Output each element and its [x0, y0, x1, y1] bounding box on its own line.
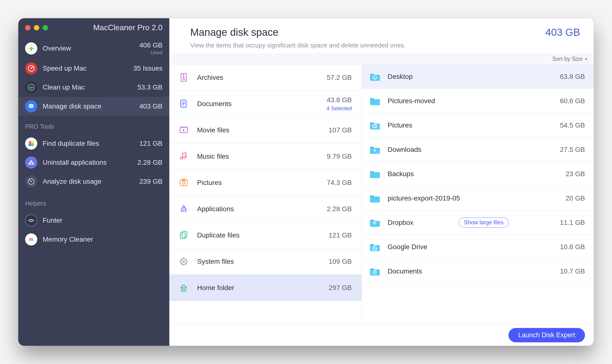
category-size: 57.2 GB	[327, 74, 352, 81]
category-row[interactable]: Movie files 107 GB	[169, 117, 362, 143]
disk-icon	[25, 100, 37, 112]
app-window: MacCleaner Pro 2.0	[18, 18, 594, 346]
sidebar-helpers: Funter m Memory Cleaner	[18, 209, 169, 249]
sidebar-item-speedup[interactable]: Speed up Mac 35 Issues	[18, 59, 169, 78]
folder-row[interactable]: Desktop 63.8 GB	[362, 65, 594, 89]
folder-icon	[369, 120, 381, 130]
main-panel: Manage disk space 403 GB View the items …	[169, 18, 594, 346]
maximize-icon[interactable]	[43, 25, 48, 30]
cleanup-icon	[25, 81, 37, 93]
categories-list: Archives 57.2 GB Documents 43.8 GB 4 Sel…	[169, 65, 362, 301]
sidebar-item-label: Analyze disk usage	[43, 178, 101, 185]
category-size: 297 GB	[329, 284, 352, 292]
category-row[interactable]: System files 109 GB	[169, 248, 362, 275]
svg-point-3	[31, 68, 32, 69]
sidebar-section-helpers: Helpers	[18, 194, 169, 209]
sidebar-item-label: Uninstall applications	[43, 159, 107, 167]
category-badge: 4 Selected	[326, 105, 352, 112]
eye-icon	[25, 214, 37, 227]
minimize-icon[interactable]	[34, 25, 39, 30]
svg-text:m: m	[29, 236, 33, 242]
chevron-down-icon: ▼	[584, 57, 588, 61]
folder-icon	[369, 96, 381, 106]
sidebar-item-value: 403 GB	[139, 103, 163, 110]
categories-sort-bar	[169, 54, 362, 65]
window-controls	[25, 25, 48, 30]
category-label: System files	[197, 258, 234, 265]
folder-row[interactable]: Downloads 27.5 GB	[362, 137, 594, 162]
sidebar-item-label: Clean up Mac	[43, 83, 85, 91]
category-row[interactable]: Applications 2.28 GB	[169, 196, 362, 222]
folder-label: Pictures-moved	[388, 97, 435, 105]
category-label: Documents	[197, 100, 232, 108]
sidebar-item-label: Memory Cleaner	[43, 235, 93, 243]
folder-size: 60.6 GB	[560, 97, 585, 105]
sidebar-item-label: Find duplicate files	[43, 140, 99, 147]
page-subtitle: View the items that occupy significant d…	[190, 42, 580, 49]
show-large-files-button[interactable]: Show large files	[459, 218, 508, 228]
category-size: 43.8 GB	[326, 96, 352, 104]
category-size: 121 GB	[329, 231, 352, 239]
sidebar-helper-memory[interactable]: m Memory Cleaner	[18, 230, 169, 249]
sidebar-nav: Overview 406 GB Used Spe	[18, 37, 169, 116]
category-size: 9.79 GB	[327, 153, 352, 160]
folders-sort-bar[interactable]: Sort by Size ▼	[362, 54, 594, 65]
sidebar-item-label: Overview	[43, 45, 71, 52]
sidebar-item-value: 53.3 GB	[138, 83, 163, 91]
folder-row[interactable]: Pictures 54.5 GB	[362, 113, 594, 137]
folder-row[interactable]: Documents 10.7 GB	[362, 259, 594, 284]
category-row[interactable]: Documents 43.8 GB 4 Selected	[169, 91, 362, 117]
folder-label: Pictures	[388, 121, 412, 129]
category-size: 107 GB	[329, 126, 352, 134]
sidebar-tool-uninstall[interactable]: Uninstall applications 2.28 GB	[18, 153, 169, 172]
folder-row[interactable]: Backups 23 GB	[362, 162, 594, 186]
folder-icon	[369, 169, 381, 179]
sidebar-helper-funter[interactable]: Funter	[18, 211, 169, 230]
folder-icon	[369, 145, 381, 155]
sidebar-tools: Find duplicate files 121 GB Uninstall ap…	[18, 133, 169, 191]
speedometer-icon	[25, 62, 37, 75]
category-label: Music files	[197, 153, 229, 160]
folder-row[interactable]: pictures-export-2019-05 20 GB	[362, 186, 594, 210]
category-row[interactable]: Duplicate files 121 GB	[169, 222, 362, 248]
sidebar-item-manage-disk[interactable]: Manage disk space 403 GB	[18, 97, 169, 116]
category-row[interactable]: Music files 9.79 GB	[169, 143, 362, 169]
close-icon[interactable]	[25, 25, 30, 30]
category-label: Duplicate files	[197, 231, 239, 239]
folder-row[interactable]: Google Drive 10.8 GB	[362, 235, 594, 259]
sidebar-item-cleanup[interactable]: Clean up Mac 53.3 GB	[18, 78, 169, 97]
duplicates-icon	[25, 137, 37, 150]
app-title: MacCleaner Pro 2.0	[53, 23, 163, 32]
sidebar-item-label: Speed up Mac	[43, 65, 87, 72]
sidebar-item-overview[interactable]: Overview 406 GB Used	[18, 38, 169, 59]
sidebar-tool-analyze[interactable]: Analyze disk usage 239 GB	[18, 172, 169, 191]
folder-size: 63.8 GB	[560, 73, 585, 80]
sidebar-item-label: Funter	[43, 217, 62, 224]
footer: Launch Disk Expert	[169, 324, 594, 346]
camera-icon	[178, 178, 190, 188]
category-label: Applications	[197, 205, 234, 213]
folder-size: 10.8 GB	[560, 243, 585, 251]
archive-icon	[178, 73, 190, 83]
launch-disk-expert-button[interactable]: Launch Disk Expert	[508, 328, 585, 342]
category-label: Pictures	[197, 179, 222, 187]
svg-point-5	[31, 88, 32, 89]
svg-point-15	[30, 220, 32, 221]
category-label: Archives	[197, 74, 223, 81]
sidebar-item-value: 406 GB	[139, 41, 163, 49]
sidebar-tool-duplicates[interactable]: Find duplicate files 121 GB	[18, 134, 169, 153]
sidebar-item-value: 35 Issues	[133, 65, 163, 72]
categories-pane: Archives 57.2 GB Documents 43.8 GB 4 Sel…	[169, 54, 362, 324]
category-row[interactable]: Archives 57.2 GB	[169, 65, 362, 91]
sidebar-item-value: 121 GB	[139, 140, 163, 147]
sidebar: MacCleaner Pro 2.0	[18, 18, 169, 346]
category-label: Home folder	[197, 284, 234, 292]
folder-icon	[369, 218, 381, 228]
folder-row[interactable]: Dropbox Show large files 11.1 GB	[362, 210, 594, 235]
gear-icon	[178, 257, 190, 267]
category-row[interactable]: Pictures 74.3 GB	[169, 169, 362, 196]
page-title: Manage disk space	[190, 26, 278, 38]
sort-by-size[interactable]: Sort by Size ▼	[552, 56, 588, 62]
folder-row[interactable]: Pictures-moved 60.6 GB	[362, 89, 594, 113]
category-row[interactable]: Home folder 297 GB	[169, 275, 362, 301]
